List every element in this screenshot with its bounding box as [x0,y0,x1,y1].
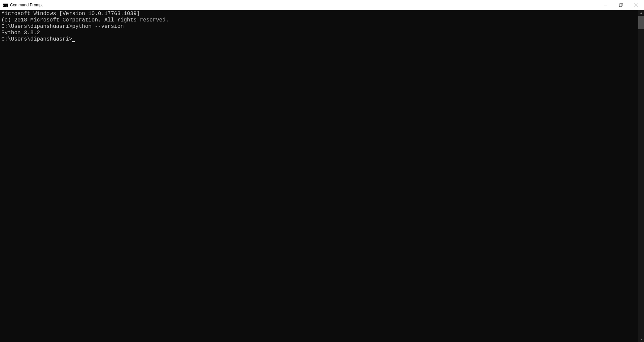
svg-marker-9 [640,12,642,14]
terminal-line: Python 3.8.2 [1,30,637,36]
terminal-line: C:\Users\dipanshuasri> [1,36,637,43]
command-text: python --version [72,23,124,30]
minimize-button[interactable] [598,0,613,10]
titlebar[interactable]: C:\ Command Prompt [0,0,644,10]
command-prompt-window: C:\ Command Prompt Mic [0,0,644,342]
window-controls [598,0,644,10]
svg-rect-1 [3,3,8,4]
terminal-content[interactable]: Microsoft Windows [Version 10.0.17763.10… [0,10,638,342]
svg-rect-6 [619,4,622,7]
terminal-line: Microsoft Windows [Version 10.0.17763.10… [1,11,637,17]
prompt-text: C:\Users\dipanshuasri> [1,23,72,30]
prompt-text: C:\Users\dipanshuasri> [1,36,72,42]
scrollbar-up-icon[interactable] [638,10,644,16]
scrollbar-track[interactable] [638,16,644,336]
cmd-icon: C:\ [3,2,8,8]
scrollbar-down-icon[interactable] [638,336,644,342]
maximize-button[interactable] [613,0,629,10]
svg-text:C:\: C:\ [3,4,7,7]
scrollbar-thumb[interactable] [638,16,644,29]
close-button[interactable] [629,0,644,10]
terminal-area[interactable]: Microsoft Windows [Version 10.0.17763.10… [0,10,644,342]
cursor [72,41,75,42]
terminal-line: (c) 2018 Microsoft Corporation. All righ… [1,17,637,23]
scrollbar[interactable] [638,10,644,342]
svg-marker-10 [640,339,642,340]
terminal-line: C:\Users\dipanshuasri>python --version [1,23,637,30]
window-title: Command Prompt [10,3,598,7]
